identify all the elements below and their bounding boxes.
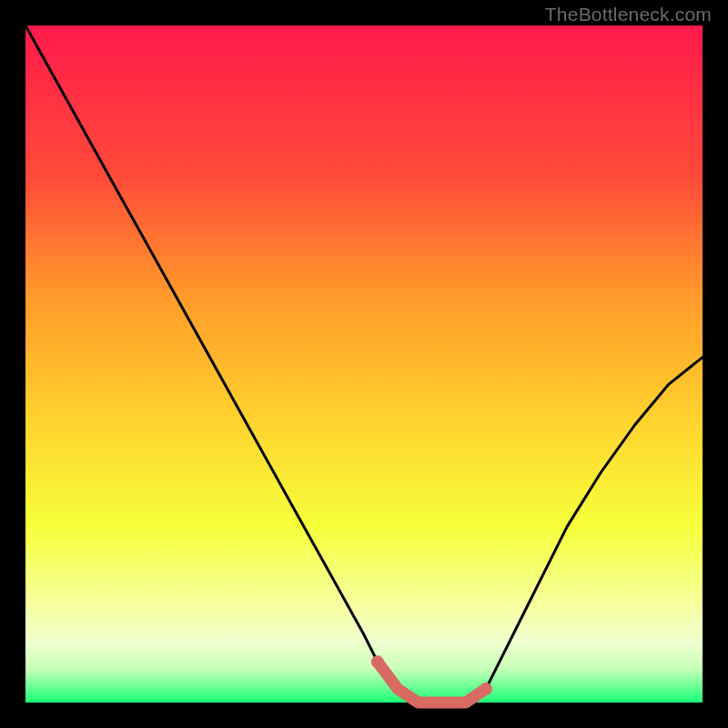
optimum-marker-right <box>480 682 492 695</box>
optimum-marker-left <box>371 655 384 668</box>
watermark-text: TheBottleneck.com <box>545 4 712 25</box>
plot-area <box>25 25 703 703</box>
bottleneck-chart <box>0 0 728 728</box>
chart-container: TheBottleneck.com <box>0 0 728 728</box>
